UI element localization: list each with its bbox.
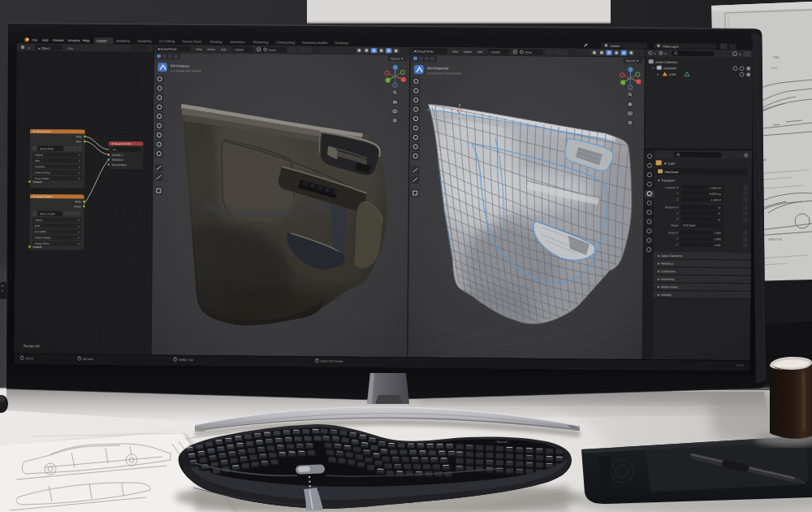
svg-text:FMQ: FMQ [773, 56, 780, 59]
svg-text:SIDE TOW: SIDE TOW [768, 238, 782, 241]
svg-text:Microsoft: Microsoft [497, 440, 508, 444]
svg-text:SLW: SLW [771, 67, 778, 70]
